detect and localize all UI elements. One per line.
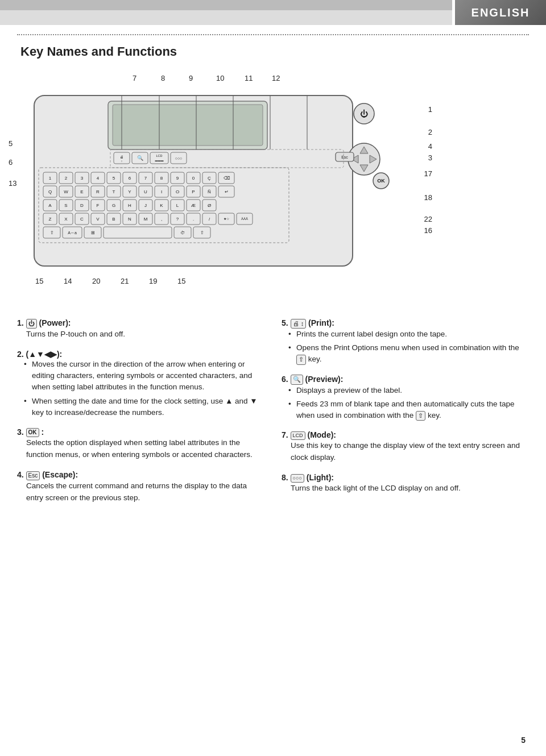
svg-text:O: O	[176, 189, 179, 194]
power-icon: ⏻	[26, 319, 37, 329]
item-4: 4. Esc (Escape): Cancels the current com…	[17, 470, 264, 504]
svg-text:R: R	[96, 189, 100, 194]
svg-rect-127	[104, 227, 172, 238]
svg-text:.: .	[193, 217, 194, 222]
svg-text:,: ,	[161, 217, 162, 222]
item-8: 8. ○○○ (Light): Turns the back light of …	[282, 473, 529, 495]
item-2-bullet-1: Moves the cursor in the direction of the…	[24, 359, 264, 393]
num-label-6: 6	[9, 158, 13, 167]
svg-text:T: T	[113, 189, 115, 194]
svg-text:Q: Q	[48, 189, 52, 194]
svg-text:K: K	[160, 203, 163, 208]
item-4-header: 4. Esc (Escape):	[17, 470, 264, 480]
svg-text:V: V	[96, 217, 100, 222]
dotted-divider	[17, 34, 529, 35]
svg-text:U: U	[144, 189, 147, 194]
svg-text:I: I	[161, 189, 162, 194]
svg-text:Æ: Æ	[191, 203, 196, 208]
gray-bar-top	[0, 0, 452, 10]
item-5-bullet-2: Opens the Print Options menu when used i…	[288, 342, 529, 365]
svg-text:?: ?	[176, 217, 179, 222]
item-5-bullet-1: Prints the current label design onto the…	[288, 329, 529, 340]
item-5-header: 5. 🖨 ↕ (Print):	[282, 318, 529, 329]
num-label-7: 7	[133, 74, 136, 82]
gray-bar-top2	[0, 10, 452, 25]
svg-text:LCD: LCD	[156, 154, 162, 157]
item-3-text: Selects the option displayed when settin…	[17, 437, 264, 461]
svg-text:A: A	[48, 203, 52, 208]
item-2-bullet-2: When setting the date and time for the c…	[24, 396, 264, 419]
svg-text:C: C	[80, 217, 84, 222]
svg-text:X: X	[64, 217, 68, 222]
item-3: 3. OK : Selects the option displayed whe…	[17, 427, 264, 461]
svg-text:D: D	[80, 203, 84, 208]
item-7-header: 7. LCD (Mode):	[282, 430, 529, 440]
svg-text:⏻: ⏻	[360, 109, 368, 118]
svg-text:⊞: ⊞	[91, 230, 95, 235]
item-7: 7. LCD (Mode): Use this key to change th…	[282, 430, 529, 463]
light-icon: ○○○	[291, 474, 304, 483]
svg-text:6: 6	[129, 176, 131, 181]
item-6-list: Displays a preview of the label. Feeds 2…	[282, 385, 529, 422]
svg-text:1: 1	[49, 176, 52, 181]
item-6: 6. 🔍 (Preview): Displays a preview of th…	[282, 375, 529, 422]
svg-text:3: 3	[81, 176, 84, 181]
mode-icon: LCD	[291, 431, 305, 440]
shift-key-icon-2: ⇧	[416, 411, 425, 421]
num-label-16: 16	[424, 226, 432, 235]
page-number: 5	[521, 736, 526, 745]
svg-text:🖨: 🖨	[120, 155, 123, 159]
svg-text:P: P	[192, 189, 195, 194]
print-icon: 🖨 ↕	[291, 319, 307, 329]
svg-text:▬▬▬: ▬▬▬	[155, 159, 164, 162]
right-column: 5. 🖨 ↕ (Print): Prints the current label…	[282, 318, 529, 739]
item-2: 2. (▲▼◀▶): Moves the cursor in the direc…	[17, 350, 264, 418]
svg-text:7: 7	[144, 176, 147, 181]
num-label-3: 3	[428, 153, 432, 162]
svg-text:⌫: ⌫	[224, 176, 230, 181]
num-label-8: 8	[161, 74, 165, 82]
svg-text:W: W	[64, 189, 68, 194]
svg-text:Z: Z	[49, 217, 52, 222]
svg-text:B: B	[112, 217, 115, 222]
item-4-text: Cancels the current command and returns …	[17, 480, 264, 504]
svg-text:2: 2	[65, 176, 68, 181]
num-label-11: 11	[245, 74, 253, 82]
num-label-22: 22	[424, 215, 432, 223]
item-1: 1. ⏻ (Power): Turns the P-touch on and o…	[17, 318, 264, 340]
item-5: 5. 🖨 ↕ (Print): Prints the current label…	[282, 318, 529, 365]
num-label-17: 17	[424, 169, 432, 178]
svg-text:4: 4	[97, 176, 100, 181]
content-area: 1. ⏻ (Power): Turns the P-touch on and o…	[17, 318, 529, 739]
svg-text:⏱: ⏱	[180, 230, 185, 235]
item-6-bullet-1: Displays a preview of the label.	[288, 385, 529, 396]
svg-text:↵: ↵	[225, 189, 229, 194]
num-label-10: 10	[216, 74, 224, 82]
item-6-header: 6. 🔍 (Preview):	[282, 375, 529, 385]
svg-text:8: 8	[160, 176, 163, 181]
svg-text:○○○: ○○○	[175, 156, 183, 160]
num-label-4: 4	[428, 142, 432, 151]
language-label: ENGLISH	[471, 6, 530, 19]
svg-text:🔍: 🔍	[137, 155, 144, 161]
svg-text:H: H	[128, 203, 131, 208]
svg-text:ÀÄÃ: ÀÄÃ	[241, 217, 248, 221]
svg-text:Esc: Esc	[341, 155, 348, 159]
svg-text:5: 5	[113, 176, 115, 181]
svg-text:9: 9	[176, 176, 179, 181]
svg-text:N: N	[128, 217, 131, 222]
item-2-header: 2. (▲▼◀▶):	[17, 350, 264, 359]
svg-text:S: S	[64, 203, 67, 208]
item-6-bullet-2: Feeds 23 mm of blank tape and then autom…	[288, 398, 529, 422]
svg-text:★☆: ★☆	[224, 217, 229, 221]
svg-text:Ñ: Ñ	[208, 189, 211, 194]
item-1-text: Turns the P-touch on and off.	[17, 329, 264, 340]
svg-rect-2	[113, 105, 263, 146]
ok-icon: OK	[26, 428, 39, 437]
svg-text:A↔a: A↔a	[68, 231, 77, 235]
svg-text:L: L	[176, 203, 179, 208]
svg-text:Y: Y	[128, 189, 131, 194]
num-label-13: 13	[9, 179, 16, 188]
svg-text:J: J	[144, 203, 147, 208]
svg-text:0: 0	[192, 176, 195, 181]
